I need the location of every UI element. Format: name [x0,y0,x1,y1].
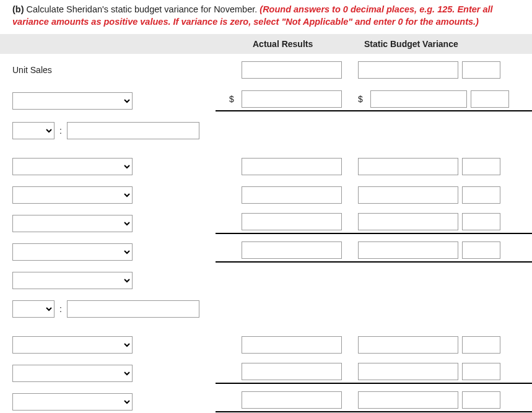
unit-sales-variance-input[interactable] [358,61,458,79]
unit-sales-actual-input[interactable] [242,61,342,79]
line-7-variance-type-input[interactable] [462,336,500,354]
dollar-sign: $ [229,94,238,104]
line-1-variance-input[interactable] [370,90,467,108]
line-4-actual-input[interactable] [242,213,342,230]
unit-sales-variance-type-input[interactable] [462,61,500,79]
line-7-actual-input[interactable] [242,336,342,354]
row-line-7 [0,334,532,356]
line-9-variance-type-input[interactable] [462,391,500,409]
line-9-actual-input[interactable] [242,391,342,409]
section-1-label-input[interactable] [67,122,199,139]
row-unit-sales: Unit Sales [0,58,532,82]
line-1-actual-input[interactable] [242,90,342,108]
line-4-account-select[interactable] [12,215,133,232]
row-line-8 [0,362,532,385]
row-line-4 [0,212,532,235]
dollar-sign: $ [358,94,367,104]
colon: : [58,126,63,136]
line-5-account-select[interactable] [12,243,133,261]
line-1-account-select[interactable] [12,92,133,110]
line-9-account-select[interactable] [12,393,133,411]
line-3-variance-input[interactable] [358,186,458,204]
line-8-actual-input[interactable] [242,363,342,380]
line-7-variance-input[interactable] [358,336,458,354]
line-3-actual-input[interactable] [242,186,342,204]
line-8-variance-input[interactable] [358,363,458,380]
line-1-variance-type-input[interactable] [471,90,509,108]
line-3-account-select[interactable] [12,186,133,204]
section-2-label-input[interactable] [67,300,199,318]
line-5-actual-input[interactable] [242,241,342,259]
part-label: (b) [12,4,24,14]
row-line-1: $ $ [0,89,532,113]
line-6-account-select[interactable] [12,272,133,289]
section-1-prefix-select[interactable] [12,122,55,139]
line-4-variance-input[interactable] [358,213,458,230]
line-4-variance-type-input[interactable] [462,213,500,230]
column-header-row: Actual Results Static Budget Variance [0,34,532,54]
line-2-actual-input[interactable] [242,158,342,175]
column-header-actual: Actual Results [216,39,358,49]
section-2-prefix-select[interactable] [12,300,55,318]
row-line-2 [0,155,532,178]
answer-grid: Actual Results Static Budget Variance Un… [0,34,532,413]
line-5-variance-input[interactable] [358,241,458,259]
row-line-6 [0,269,532,292]
line-2-variance-type-input[interactable] [462,158,500,175]
line-9-variance-input[interactable] [358,391,458,409]
unit-sales-label: Unit Sales [12,65,52,75]
line-8-variance-type-input[interactable] [462,363,500,380]
row-line-3 [0,184,532,206]
prompt-plain: Calculate Sheridan's static budget varia… [24,4,260,14]
line-5-variance-type-input[interactable] [462,241,500,259]
line-2-account-select[interactable] [12,158,133,175]
row-section-1: : [0,120,532,142]
line-8-account-select[interactable] [12,365,133,382]
row-section-2: : [0,298,532,320]
row-line-5 [0,241,532,263]
question-instructions: (b) Calculate Sheridan's static budget v… [0,0,532,34]
line-2-variance-input[interactable] [358,158,458,175]
line-3-variance-type-input[interactable] [462,186,500,204]
colon: : [58,304,63,314]
column-header-variance: Static Budget Variance [358,39,532,49]
row-line-9 [0,391,532,413]
line-7-account-select[interactable] [12,336,133,354]
